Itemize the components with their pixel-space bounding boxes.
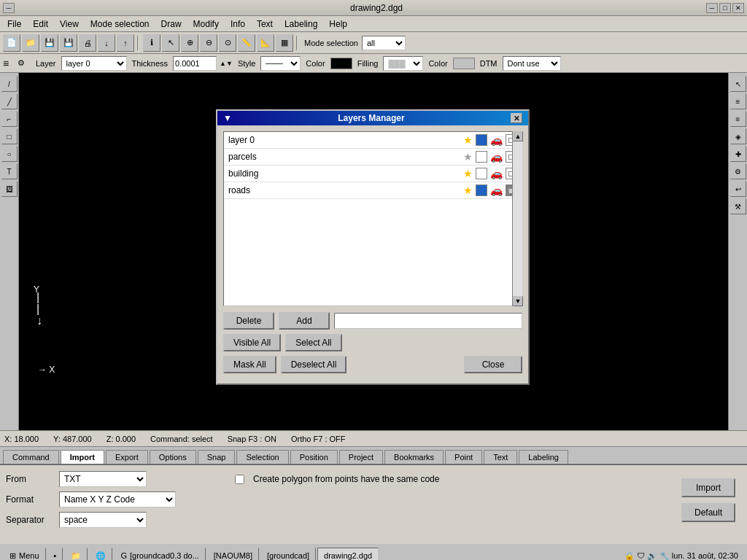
cursor-button[interactable]: ↖ xyxy=(162,34,179,52)
circle-tool[interactable]: ○ xyxy=(1,146,18,162)
maximize-button[interactable]: □ xyxy=(719,3,731,13)
save-button[interactable]: 💾 xyxy=(41,34,58,52)
dtm-select[interactable]: Dont use xyxy=(503,56,561,71)
scroll-up[interactable]: ▲ xyxy=(513,131,523,141)
measure2-button[interactable]: 📐 xyxy=(257,34,274,52)
color-indicator[interactable] xyxy=(476,184,487,196)
image-tool[interactable]: 🖼 xyxy=(1,181,18,197)
menu-help[interactable]: Help xyxy=(323,18,353,31)
dialog-close-button[interactable]: ✕ xyxy=(511,113,522,123)
menu-draw[interactable]: Draw xyxy=(155,18,187,31)
tab-position[interactable]: Position xyxy=(290,450,338,464)
taskbar-app3[interactable]: [groundcad] xyxy=(260,548,316,560)
style-select[interactable]: ─── xyxy=(260,56,301,71)
minimize-button[interactable]: ─ xyxy=(3,3,15,13)
taskbar-app1[interactable]: G [groundcad0.3 do... xyxy=(114,548,205,560)
visibility-icon[interactable]: ★ xyxy=(463,151,473,163)
taskbar-drawing[interactable]: drawing2.dgd xyxy=(317,548,379,560)
visibility-icon[interactable]: ★ xyxy=(463,184,473,196)
import-button[interactable]: Import xyxy=(681,478,735,497)
scrollbar[interactable]: ▲ ▼ xyxy=(512,131,522,306)
visibility-icon[interactable]: ★ xyxy=(463,168,473,179)
lines2-right[interactable]: ≡ xyxy=(730,111,746,127)
taskbar-app2[interactable]: [NAOUM8] xyxy=(207,548,259,560)
import-button[interactable]: ↑ xyxy=(117,34,134,52)
tab-export[interactable]: Export xyxy=(106,450,148,464)
menu-modify[interactable]: Modify xyxy=(187,18,225,31)
color-box2[interactable] xyxy=(453,58,475,69)
cross-right[interactable]: ✚ xyxy=(730,146,746,162)
tab-text[interactable]: Text xyxy=(484,450,517,464)
eraser-right[interactable]: ◈ xyxy=(730,128,746,144)
new-button[interactable]: 📄 xyxy=(3,34,20,52)
tab-command[interactable]: Command xyxy=(3,450,59,464)
tab-import[interactable]: Import xyxy=(61,450,104,464)
polygon-checkbox[interactable] xyxy=(235,475,244,484)
menu-mode-selection[interactable]: Mode selection xyxy=(85,18,155,31)
layer-row[interactable]: parcels ★ 🚗 □ xyxy=(224,149,522,166)
color-box1[interactable] xyxy=(330,58,352,69)
color-indicator[interactable] xyxy=(476,151,487,163)
tab-project[interactable]: Project xyxy=(339,450,383,464)
print-button[interactable]: 🖨 xyxy=(79,34,96,52)
thickness-input[interactable] xyxy=(173,56,217,71)
menu-text[interactable]: Text xyxy=(251,18,279,31)
tab-bookmarks[interactable]: Bookmarks xyxy=(384,450,444,464)
menu-labeling[interactable]: Labeling xyxy=(279,18,323,31)
menu-view[interactable]: View xyxy=(54,18,85,31)
car-icon[interactable]: 🚗 xyxy=(490,168,503,179)
visibility-icon[interactable]: ★ xyxy=(463,134,473,146)
close-dialog-button[interactable]: Close xyxy=(464,356,522,373)
taskbar-menu[interactable]: ⊞ Menu xyxy=(3,548,46,560)
export-button[interactable]: ↓ xyxy=(98,34,115,52)
zoom-in-button[interactable]: ⊕ xyxy=(181,34,198,52)
menu-info[interactable]: Info xyxy=(225,18,251,31)
car-icon[interactable]: 🚗 xyxy=(490,184,503,196)
layer-name-input[interactable] xyxy=(334,313,522,329)
thickness-stepper[interactable]: ▲▼ xyxy=(220,60,233,67)
lines-right[interactable]: ≡ xyxy=(730,93,746,109)
minimize-button2[interactable]: ─ xyxy=(706,3,718,13)
from-select[interactable]: TXT xyxy=(59,471,147,487)
settings-right[interactable]: ⚙ xyxy=(730,163,746,179)
tab-options[interactable]: Options xyxy=(150,450,196,464)
dialog-title-bar[interactable]: ▼ Layers Manager ✕ xyxy=(217,111,528,125)
default-button[interactable]: Default xyxy=(681,503,735,522)
color-indicator[interactable] xyxy=(476,168,487,179)
add-layer-button[interactable]: Add xyxy=(279,312,330,330)
tool-right[interactable]: ⚒ xyxy=(730,198,746,214)
car-icon[interactable]: 🚗 xyxy=(490,134,503,146)
tab-snap[interactable]: Snap xyxy=(198,450,236,464)
mask-all-button[interactable]: Mask All xyxy=(223,356,276,373)
zoom-fit-button[interactable]: ⊙ xyxy=(219,34,236,52)
measure-button[interactable]: 📏 xyxy=(238,34,255,52)
menu-edit[interactable]: Edit xyxy=(27,18,54,31)
tab-labeling[interactable]: Labeling xyxy=(519,450,568,464)
tab-point[interactable]: Point xyxy=(445,450,482,464)
polyline-tool[interactable]: ⌐ xyxy=(1,111,18,127)
taskbar-terminal[interactable]: ▪ xyxy=(47,548,63,560)
scroll-down[interactable]: ▼ xyxy=(513,296,523,306)
layer-row[interactable]: roads ★ 🚗 ▦ xyxy=(224,182,522,199)
canvas-area[interactable]: Y ||↓ → X ▼ Layers Manager ✕ layer 0 ★ xyxy=(19,73,747,430)
select-tool[interactable]: / xyxy=(1,76,18,92)
save-as-button[interactable]: 💾 xyxy=(60,34,77,52)
info-button[interactable]: ℹ xyxy=(143,34,160,52)
separator-select[interactable]: space xyxy=(59,512,147,528)
layers-list[interactable]: layer 0 ★ 🚗 □ parcels xyxy=(223,131,522,306)
layer-row[interactable]: layer 0 ★ 🚗 □ xyxy=(224,132,522,149)
open-button[interactable]: 📁 xyxy=(22,34,39,52)
filling-select[interactable]: ▒▒▒ xyxy=(383,56,423,71)
select-all-button[interactable]: Select All xyxy=(285,334,341,351)
format-select[interactable]: Name X Y Z Code xyxy=(59,491,176,508)
layer-row[interactable]: building ★ 🚗 □ xyxy=(224,166,522,182)
rect-tool[interactable]: □ xyxy=(1,128,18,144)
taskbar-browser[interactable]: 🌐 xyxy=(89,548,112,560)
line-tool[interactable]: ╱ xyxy=(1,93,18,109)
cursor-right[interactable]: ↖ xyxy=(730,76,746,92)
delete-layer-button[interactable]: Delete xyxy=(223,312,274,330)
visible-all-button[interactable]: Visible All xyxy=(223,334,281,351)
close-button[interactable]: ✕ xyxy=(732,3,744,13)
menu-file[interactable]: File xyxy=(1,18,27,31)
zoom-out-button[interactable]: ⊖ xyxy=(200,34,217,52)
